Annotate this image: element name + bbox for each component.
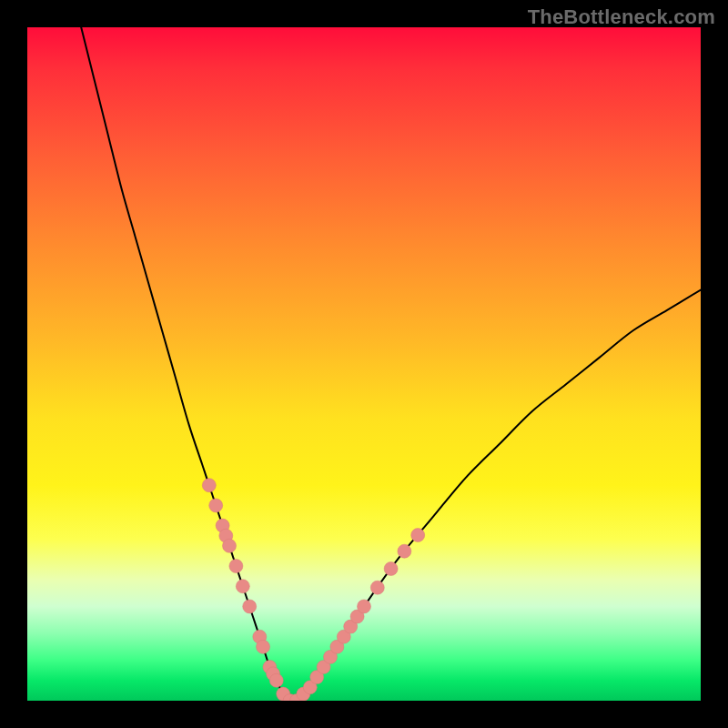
curve-marker xyxy=(370,581,384,594)
curve-markers xyxy=(202,479,424,701)
watermark-text: TheBottleneck.com xyxy=(528,5,715,29)
curve-marker xyxy=(358,600,371,613)
curve-marker xyxy=(269,673,283,687)
curve-marker xyxy=(384,562,398,576)
curve-layer xyxy=(27,27,701,701)
curve-marker xyxy=(202,479,216,492)
chart-frame: TheBottleneck.com xyxy=(0,0,728,728)
curve-marker xyxy=(223,539,237,552)
curve-marker xyxy=(411,529,425,542)
bottleneck-curve xyxy=(81,27,701,701)
curve-marker xyxy=(398,544,411,558)
plot-area xyxy=(27,27,701,701)
curve-marker xyxy=(236,580,249,593)
curve-marker xyxy=(243,600,257,613)
curve-marker xyxy=(209,499,223,512)
curve-marker xyxy=(229,560,243,573)
curve-marker xyxy=(257,640,270,653)
